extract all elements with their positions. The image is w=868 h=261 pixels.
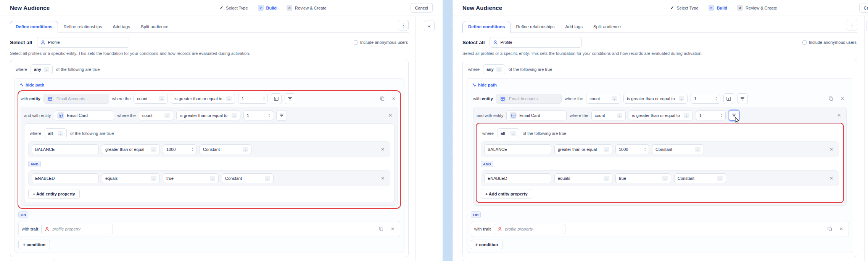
number-stepper[interactable]: ▴▾ [269, 113, 270, 118]
entity2-filter-button[interactable] [729, 110, 739, 121]
tab-refine-relationships[interactable]: Refine relationships [58, 21, 107, 32]
entity1-filter-button[interactable] [285, 93, 295, 104]
entity1-duplicate-button[interactable] [378, 94, 386, 103]
inner-any-all-select[interactable]: all ⌄ [45, 128, 67, 138]
entity2-aggregation-select[interactable]: count ⌄ [591, 110, 626, 120]
step-build[interactable]: 2 Build [709, 5, 728, 11]
include-anonymous-checkbox[interactable] [802, 40, 807, 45]
add-entity-property-button[interactable]: + Add entity property [481, 189, 532, 199]
hide-path-link[interactable]: hide path [471, 82, 498, 88]
property2-value-type-select[interactable]: Constant ⌄ [674, 173, 726, 183]
number-stepper[interactable]: ▴▾ [644, 147, 646, 152]
property1-remove-button[interactable]: ✕ [378, 145, 387, 154]
any-all-operator-select[interactable]: any ⌄ [483, 64, 505, 74]
entity1-picker[interactable]: Email Accounts [496, 94, 562, 104]
more-options-button[interactable]: ⋮ [398, 20, 409, 30]
number-stepper[interactable]: ▴▾ [264, 96, 265, 101]
step-label: Build [266, 6, 277, 10]
property1-operator-select[interactable]: greater than or equal ⌄ [554, 144, 612, 154]
trait-remove-button[interactable]: ✕ [837, 225, 845, 233]
page-title: New Audience [10, 5, 136, 11]
profile-entity-select[interactable]: Profile [490, 37, 582, 48]
entity1-filter-button[interactable] [737, 93, 748, 104]
collapse-panel-button[interactable]: « [424, 21, 435, 31]
property2-value-select[interactable]: true ⌄ [163, 173, 219, 183]
include-anonymous-checkbox[interactable] [354, 40, 358, 45]
entity1-remove-button[interactable]: ✕ [838, 94, 847, 103]
property2-value-select[interactable]: true ⌄ [615, 173, 671, 183]
trait-remove-button[interactable]: ✕ [388, 225, 397, 233]
entity1-aggregation-select[interactable]: count ⌄ [134, 94, 168, 104]
entity2-count-input[interactable]: 1 ▴▾ [243, 110, 273, 120]
tab-add-tags[interactable]: Add tags [560, 21, 588, 32]
entity2-remove-button[interactable]: ✕ [835, 111, 843, 120]
trait-duplicate-button[interactable] [826, 225, 834, 233]
operator-value: any [486, 67, 494, 72]
entity1-table-view-button[interactable] [271, 93, 282, 104]
entity1-count-input[interactable]: 1 ▴▾ [691, 94, 720, 104]
property1-value-type-select[interactable]: Constant ⌄ [200, 144, 251, 154]
number-stepper[interactable]: ▴▾ [721, 113, 722, 118]
property2-name-input[interactable]: ENABLED [484, 173, 551, 183]
entity2-filter-button[interactable] [276, 110, 287, 121]
property2-value-type-select[interactable]: Constant ⌄ [222, 173, 274, 183]
where-label: where [468, 67, 480, 72]
entity1-operator-select[interactable]: is greater than or equal to ⌄ [171, 94, 235, 104]
entity2-operator-select[interactable]: is greater than or equal to ⌄ [629, 110, 693, 120]
property2-operator-select[interactable]: equals ⌄ [554, 173, 612, 183]
collapse-path-icon [472, 83, 476, 87]
more-options-button[interactable]: ⋮ [847, 20, 857, 30]
number-stepper[interactable]: ▴▾ [716, 96, 717, 101]
profile-entity-select[interactable]: Profile [37, 37, 129, 48]
entity1-count-input[interactable]: 1 ▴▾ [238, 94, 268, 104]
entity2-count-input[interactable]: 1 ▴▾ [696, 110, 726, 120]
trait-duplicate-button[interactable] [377, 225, 385, 233]
entity2-picker[interactable]: Email Card [54, 110, 114, 120]
entity1-operator-select[interactable]: is greater than or equal to ⌄ [623, 94, 688, 104]
property2-remove-button[interactable]: ✕ [378, 174, 387, 183]
tab-define-conditions[interactable]: Define conditions [10, 21, 58, 33]
property2-remove-button[interactable]: ✕ [827, 174, 836, 183]
entity2-operator-select[interactable]: is greater than or equal to ⌄ [176, 110, 240, 120]
property2-operator-select[interactable]: equals ⌄ [102, 173, 160, 183]
trait-picker[interactable]: profile property [41, 224, 113, 234]
entity1-picker[interactable]: Email Accounts [43, 94, 109, 104]
entity2-remove-button[interactable]: ✕ [386, 111, 395, 120]
entity1-remove-button[interactable]: ✕ [390, 94, 398, 103]
property1-name-input[interactable]: BALANCE [484, 144, 551, 154]
close-icon: ✕ [381, 147, 385, 152]
entity2-aggregation-select[interactable]: count ⌄ [139, 110, 173, 120]
tab-add-tags[interactable]: Add tags [108, 21, 135, 32]
tab-refine-relationships[interactable]: Refine relationships [510, 21, 560, 32]
inner-any-all-select[interactable]: all ⌄ [497, 128, 519, 138]
step-select-type[interactable]: ✓ Select Type [220, 5, 248, 10]
add-entity-property-button[interactable]: + Add entity property [28, 189, 80, 199]
hide-path-link[interactable]: hide path [18, 82, 46, 88]
property1-value-input[interactable]: 1000 ▴▾ [163, 144, 196, 154]
any-all-operator-select[interactable]: any ⌄ [31, 64, 53, 74]
step-review-create[interactable]: 3 Review & Create [737, 5, 777, 11]
entity2-picker[interactable]: Email Card [506, 110, 567, 120]
entity1-duplicate-button[interactable] [827, 94, 835, 103]
step-review-create[interactable]: 3 Review & Create [287, 5, 327, 11]
step-build[interactable]: 2 Build [258, 5, 277, 11]
property1-value-type-select[interactable]: Constant ⌄ [652, 144, 704, 154]
step-select-type[interactable]: ✓ Select Type [670, 5, 699, 10]
number-stepper[interactable]: ▴▾ [192, 147, 193, 152]
cancel-button[interactable]: Cancel [411, 3, 433, 13]
add-condition-button[interactable]: + condition [471, 240, 502, 249]
property1-remove-button[interactable]: ✕ [827, 145, 836, 154]
tab-define-conditions[interactable]: Define conditions [462, 21, 510, 33]
tab-split-audience[interactable]: Split audience [135, 21, 174, 32]
tab-split-audience[interactable]: Split audience [588, 21, 626, 32]
property1-operator-select[interactable]: greater than or equal ⌄ [102, 144, 160, 154]
collapse-panel-button[interactable]: « [866, 21, 868, 31]
entity1-aggregation-select[interactable]: count ⌄ [586, 94, 620, 104]
add-condition-button[interactable]: + condition [18, 240, 50, 249]
property1-name-input[interactable]: BALANCE [32, 144, 99, 154]
entity1-table-view-button[interactable] [723, 93, 734, 104]
cancel-button[interactable]: Cancel [859, 3, 868, 13]
property2-name-input[interactable]: ENABLED [32, 173, 99, 183]
property1-value-input[interactable]: 1000 ▴▾ [615, 144, 649, 154]
trait-picker[interactable]: profile property [494, 224, 565, 234]
